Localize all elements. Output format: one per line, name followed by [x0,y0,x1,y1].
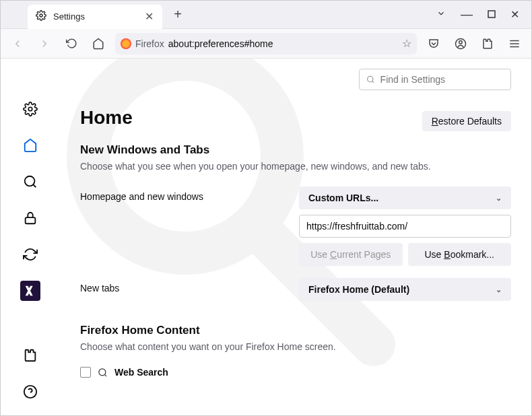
websearch-checkbox[interactable] [80,367,91,378]
chevron-down-icon: ⌄ [496,285,502,294]
tab-title: Settings [53,11,85,22]
address-label: Firefox [135,38,164,49]
firefox-logo-icon [121,38,131,49]
sidebar-home[interactable] [20,135,40,155]
svg-point-0 [40,14,42,17]
extensions-button[interactable] [477,34,498,54]
sidebar-sync[interactable] [20,244,40,265]
titlebar: Settings ✕ + — ✕ [1,1,531,29]
homepage-url-input[interactable] [299,215,511,238]
newtabs-label: New tabs [80,278,299,293]
sidebar-privacy[interactable] [20,208,40,228]
toolbar: Firefox about:preferences#home ☆ [1,29,531,59]
sidebar-extensions[interactable] [20,345,40,366]
search-icon [98,368,108,378]
sidebar-search[interactable] [20,172,40,192]
address-bar[interactable]: Firefox about:preferences#home ☆ [115,33,417,55]
find-in-settings[interactable] [359,69,511,90]
window-close-button[interactable]: ✕ [510,8,519,21]
firefox-window: Settings ✕ + — ✕ Fire [0,0,532,416]
chevron-down-icon: ⌄ [496,194,502,203]
restore-defaults-button[interactable]: Restore Defaults [422,111,511,131]
svg-line-16 [372,81,374,82]
window-maximize-button[interactable] [488,9,496,21]
browser-tab[interactable]: Settings ✕ [28,5,162,29]
sidebar-help[interactable] [20,382,40,402]
account-button[interactable] [451,34,471,54]
reload-button[interactable] [61,34,81,54]
svg-point-3 [459,40,463,44]
window-minimize-button[interactable]: — [461,7,473,22]
address-url: about:preferences#home [168,38,273,49]
tab-close-button[interactable]: ✕ [143,11,154,22]
websearch-label: Web Search [114,367,168,378]
back-button[interactable] [7,34,28,54]
svg-point-9 [28,107,32,111]
use-current-pages-button[interactable]: Use Current Pages [299,243,403,266]
newtabs-dropdown-value: Firefox Home (Default) [308,284,409,295]
new-tab-button[interactable]: + [168,5,188,25]
svg-point-17 [99,368,106,375]
section-desc-newwindows: Choose what you see when you open your h… [80,161,511,172]
newtabs-dropdown[interactable]: Firefox Home (Default) ⌄ [299,278,511,301]
homepage-label: Homepage and new windows [80,186,299,202]
svg-rect-1 [488,11,495,18]
gear-icon [36,10,46,23]
svg-point-15 [368,76,373,81]
search-icon [366,75,375,84]
section-title-newwindows: New Windows and Tabs [80,143,511,157]
section-desc-homecontent: Choose what content you want on your Fir… [80,341,511,352]
pocket-button[interactable] [424,34,444,54]
use-bookmark-button[interactable]: Use Bookmark... [408,243,512,266]
forward-button[interactable] [34,34,55,54]
svg-point-10 [25,176,35,186]
section-title-homecontent: Firefox Home Content [80,324,511,337]
home-button-toolbar[interactable] [88,34,108,54]
svg-line-18 [104,374,106,376]
bookmark-star-icon[interactable]: ☆ [402,37,411,50]
sidebar-more-from-mozilla[interactable] [20,281,40,301]
find-input[interactable] [380,74,504,85]
settings-sidebar [1,59,60,415]
sidebar-general[interactable] [20,99,40,119]
svg-line-11 [33,184,36,187]
menu-button[interactable] [504,34,525,54]
main-panel: Home Restore Defaults New Windows and Ta… [60,59,531,415]
homepage-dropdown[interactable]: Custom URLs... ⌄ [299,186,511,209]
homepage-dropdown-value: Custom URLs... [308,193,378,203]
tabs-dropdown-button[interactable] [436,9,446,21]
svg-rect-12 [26,217,36,223]
